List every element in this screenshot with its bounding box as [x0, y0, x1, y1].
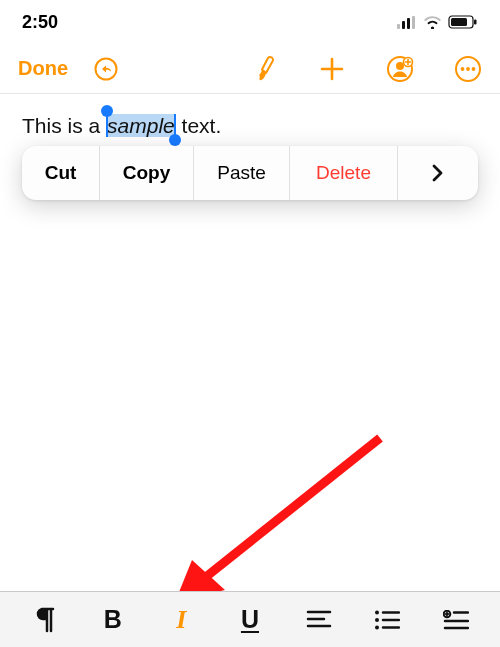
selected-text[interactable]: sample [106, 114, 176, 137]
bullet-list-button[interactable] [365, 598, 409, 642]
svg-point-23 [375, 625, 379, 629]
format-keyboard-bar: B I U [0, 591, 500, 647]
context-more-button[interactable] [398, 146, 478, 200]
cellular-icon [397, 16, 417, 29]
selection-handle-end[interactable] [169, 134, 181, 146]
svg-point-15 [472, 67, 476, 71]
svg-point-13 [461, 67, 465, 71]
ellipsis-icon [454, 55, 482, 83]
bullet-list-icon [374, 610, 400, 630]
underline-button[interactable]: U [228, 598, 272, 642]
svg-point-21 [375, 610, 379, 614]
document-area[interactable]: This is a sample text. Cut Copy Paste De… [0, 94, 500, 157]
selection-handle-start[interactable] [101, 105, 113, 117]
pilcrow-icon [33, 607, 55, 633]
svg-point-22 [375, 618, 379, 622]
person-add-icon [386, 55, 414, 83]
cut-button[interactable]: Cut [22, 146, 100, 200]
more-button[interactable] [454, 55, 482, 83]
svg-rect-0 [397, 24, 400, 29]
italic-button[interactable]: I [159, 598, 203, 642]
text-before: This is a [22, 114, 106, 137]
document-text[interactable]: This is a sample text. [22, 112, 478, 139]
delete-button[interactable]: Delete [290, 146, 398, 200]
bold-button[interactable]: B [91, 598, 135, 642]
wifi-icon [423, 15, 442, 29]
align-button[interactable] [297, 598, 341, 642]
svg-rect-5 [451, 18, 467, 26]
undo-icon [93, 56, 119, 82]
status-time: 2:50 [22, 12, 58, 33]
add-button[interactable] [318, 55, 346, 83]
paste-button[interactable]: Paste [194, 146, 290, 200]
copy-button[interactable]: Copy [100, 146, 194, 200]
annotation-arrow [155, 430, 395, 610]
svg-rect-6 [474, 20, 477, 25]
chevron-right-icon [432, 164, 444, 182]
main-toolbar: Done [0, 44, 500, 94]
status-icons [397, 15, 478, 29]
format-brush-button[interactable] [250, 55, 278, 83]
insert-block-icon [443, 610, 469, 630]
svg-rect-1 [402, 21, 405, 29]
context-menu: Cut Copy Paste Delete [22, 146, 478, 200]
done-button[interactable]: Done [18, 57, 68, 80]
svg-point-9 [396, 62, 404, 70]
text-after: text. [176, 114, 222, 137]
svg-point-14 [466, 67, 470, 71]
svg-line-16 [197, 438, 380, 584]
status-bar: 2:50 [0, 0, 500, 44]
battery-icon [448, 15, 478, 29]
brush-icon [251, 55, 277, 83]
svg-rect-2 [407, 18, 410, 29]
svg-rect-3 [412, 16, 415, 29]
plus-icon [319, 56, 345, 82]
undo-button[interactable] [92, 55, 120, 83]
insert-block-button[interactable] [434, 598, 478, 642]
align-icon [306, 610, 332, 630]
collaborate-button[interactable] [386, 55, 414, 83]
paragraph-style-button[interactable] [22, 598, 66, 642]
